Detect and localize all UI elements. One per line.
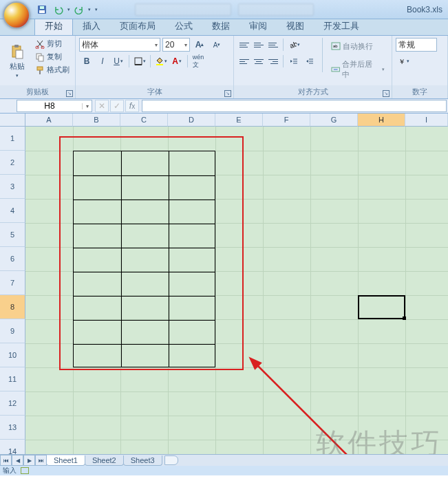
- bordered-table: [73, 151, 215, 367]
- font-size-combo[interactable]: 20▾: [162, 38, 190, 52]
- merge-center-button[interactable]: 合并后居中▾: [328, 57, 388, 82]
- svg-rect-4: [14, 45, 19, 47]
- col-header[interactable]: F: [263, 114, 310, 127]
- grow-font-button[interactable]: A▴: [192, 38, 207, 52]
- col-header[interactable]: I: [405, 114, 448, 127]
- wrap-text-button[interactable]: ab自动换行: [328, 39, 388, 54]
- sheet-tab[interactable]: Sheet2: [85, 455, 124, 466]
- svg-rect-14: [156, 64, 163, 65]
- column-headers: A B C D E F G H I: [25, 114, 448, 127]
- sheet-tab[interactable]: Sheet1: [46, 455, 85, 466]
- row-header[interactable]: 13: [0, 416, 25, 440]
- font-name-combo[interactable]: 楷体▾: [79, 38, 160, 52]
- indent-increase-button[interactable]: [302, 54, 317, 68]
- tab-home[interactable]: 开始: [34, 17, 73, 35]
- format-painter-button[interactable]: 格式刷: [34, 64, 71, 76]
- svg-rect-2: [40, 6, 44, 9]
- tab-data[interactable]: 数据: [202, 17, 239, 35]
- svg-rect-12: [135, 58, 142, 65]
- svg-rect-5: [16, 50, 23, 58]
- col-header[interactable]: A: [25, 114, 73, 127]
- redo-icon[interactable]: [72, 2, 87, 17]
- save-icon[interactable]: [34, 2, 50, 17]
- orientation-button[interactable]: ab: [286, 38, 301, 52]
- row-header[interactable]: 6: [0, 247, 25, 271]
- col-header[interactable]: B: [73, 114, 120, 127]
- align-middle-button[interactable]: [252, 39, 266, 50]
- fill-handle[interactable]: [403, 316, 406, 320]
- font-launcher-icon[interactable]: ↘: [224, 90, 231, 97]
- fill-color-button[interactable]: [153, 54, 169, 68]
- align-left-button[interactable]: [237, 56, 251, 67]
- new-sheet-button[interactable]: [164, 455, 178, 465]
- align-bottom-button[interactable]: [266, 39, 280, 50]
- row-header-selected[interactable]: 8: [0, 295, 25, 319]
- tab-formulas[interactable]: 公式: [165, 17, 202, 35]
- number-format-combo[interactable]: 常规: [396, 38, 437, 52]
- active-cell[interactable]: [358, 295, 405, 319]
- row-header[interactable]: 12: [0, 391, 25, 416]
- cancel-icon[interactable]: ✕: [95, 100, 109, 112]
- phonetic-button[interactable]: wén文: [191, 54, 206, 68]
- fx-icon[interactable]: fx: [125, 100, 139, 112]
- name-box[interactable]: H8 ▾: [17, 100, 92, 112]
- tab-insert[interactable]: 插入: [73, 17, 110, 35]
- svg-rect-9: [39, 56, 43, 61]
- col-header[interactable]: E: [215, 114, 263, 127]
- align-center-button[interactable]: [252, 56, 266, 67]
- enter-icon[interactable]: ✓: [110, 100, 124, 112]
- clipboard-launcher-icon[interactable]: ↘: [66, 90, 73, 97]
- tab-review[interactable]: 审阅: [239, 17, 277, 35]
- sheet-nav-prev-icon[interactable]: ◀: [12, 455, 23, 466]
- chevron-down-icon[interactable]: ▾: [82, 103, 92, 109]
- italic-button[interactable]: I: [95, 54, 110, 68]
- sheet-nav-last-icon[interactable]: ⏭: [35, 455, 47, 466]
- alignment-launcher-icon[interactable]: ↘: [383, 90, 390, 97]
- svg-text:ab: ab: [333, 44, 338, 48]
- paste-label: 粘贴: [10, 61, 25, 72]
- macro-record-icon: [21, 467, 29, 474]
- document-title: Book3.xls: [407, 5, 442, 14]
- row-header[interactable]: 3: [0, 175, 25, 199]
- row-header[interactable]: 10: [0, 343, 25, 367]
- border-button[interactable]: [132, 54, 147, 68]
- col-header-selected[interactable]: H: [358, 114, 405, 127]
- col-header[interactable]: G: [310, 114, 358, 127]
- svg-rect-11: [39, 70, 41, 74]
- svg-text:￥: ￥: [398, 58, 405, 65]
- cells-area[interactable]: [25, 127, 448, 475]
- indent-decrease-button[interactable]: [286, 54, 301, 68]
- accounting-button[interactable]: ￥: [396, 54, 411, 68]
- font-color-button[interactable]: A: [169, 54, 184, 68]
- tab-view[interactable]: 视图: [277, 17, 314, 35]
- sheet-tab[interactable]: Sheet3: [123, 455, 162, 466]
- cut-button[interactable]: 剪切: [34, 38, 71, 50]
- quick-access-toolbar: ▾ ▾ ▾: [34, 2, 98, 17]
- underline-button[interactable]: U: [111, 54, 126, 68]
- undo-icon[interactable]: [51, 2, 66, 17]
- align-right-button[interactable]: [266, 56, 280, 67]
- row-header[interactable]: 7: [0, 271, 25, 295]
- row-header[interactable]: 11: [0, 367, 25, 391]
- worksheet-grid[interactable]: A B C D E F G H I 1 2 3 4 5 6 7 8 9 10 1…: [0, 114, 448, 475]
- bold-button[interactable]: B: [79, 54, 94, 68]
- group-font: 楷体▾ 20▾ A▴ A▾ B I U A wén文 字体↘: [76, 36, 234, 98]
- shrink-font-button[interactable]: A▾: [209, 38, 224, 52]
- row-header[interactable]: 5: [0, 223, 25, 247]
- sheet-nav-first-icon[interactable]: ⏮: [0, 455, 12, 466]
- formula-input[interactable]: [142, 100, 447, 112]
- row-header[interactable]: 9: [0, 319, 25, 343]
- office-button[interactable]: [3, 1, 30, 29]
- col-header[interactable]: D: [168, 114, 215, 127]
- paste-button[interactable]: 粘贴 ▾: [3, 38, 31, 83]
- row-header[interactable]: 4: [0, 199, 25, 223]
- col-header[interactable]: C: [120, 114, 168, 127]
- select-all-corner[interactable]: [0, 114, 25, 127]
- sheet-nav-next-icon[interactable]: ▶: [23, 455, 35, 466]
- row-header[interactable]: 1: [0, 127, 25, 151]
- tab-developer[interactable]: 开发工具: [314, 17, 369, 35]
- copy-button[interactable]: 复制: [34, 51, 71, 63]
- tab-layout[interactable]: 页面布局: [110, 17, 165, 35]
- align-top-button[interactable]: [237, 39, 251, 50]
- row-header[interactable]: 2: [0, 151, 25, 175]
